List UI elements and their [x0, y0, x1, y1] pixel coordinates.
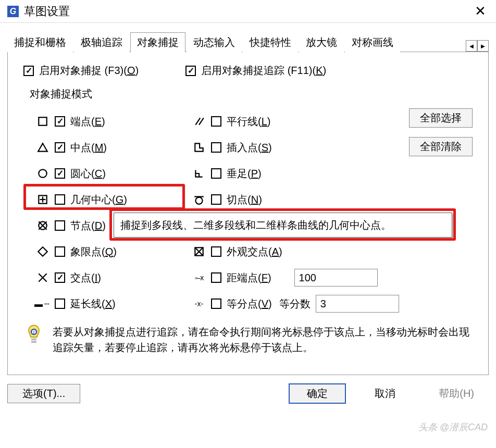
options-button[interactable]: 选项(T)...	[7, 384, 80, 403]
osnap-panel: 启用对象捕捉 (F3)(O) 启用对象捕捉追踪 (F11)(K) 对象捕捉模式 …	[7, 52, 489, 375]
osnap-divide[interactable]: 等分点(V)	[211, 297, 272, 311]
titlebar: G 草图设置 ✕	[0, 0, 496, 23]
perpendicular-icon	[190, 168, 208, 179]
enable-osnap-checkbox[interactable]: 启用对象捕捉 (F3)(O)	[23, 64, 139, 78]
node-icon	[34, 220, 52, 231]
from-endpoint-input[interactable]	[294, 269, 378, 287]
insertion-icon	[190, 142, 208, 153]
osnap-geometric-center[interactable]: 几何中心(G)	[55, 193, 127, 207]
svg-rect-0	[39, 117, 46, 125]
divide-count-label: 等分数	[279, 297, 311, 311]
tab-sym-draw[interactable]: 对称画线	[345, 32, 400, 52]
tab-quick-props[interactable]: 快捷特性	[243, 32, 298, 52]
app-icon: G	[7, 6, 19, 17]
dialog-footer: 选项(T)... 确定 取消 帮助(H)	[0, 380, 496, 407]
osnap-midpoint[interactable]: 中点(M)	[55, 141, 107, 155]
geometric-center-icon	[34, 194, 52, 205]
checkbox-icon	[23, 66, 34, 76]
tooltip: 捕捉到多段线、二维多段线和二维样条曲线的几何中心点。	[114, 213, 452, 238]
svg-rect-22	[31, 341, 36, 343]
center-icon	[34, 168, 52, 179]
tab-snap-grid[interactable]: 捕捉和栅格	[7, 32, 73, 52]
clear-all-button[interactable]: 全部清除	[409, 137, 473, 156]
cancel-button[interactable]: 取消	[356, 384, 414, 403]
tab-osnap[interactable]: 对象捕捉	[130, 32, 185, 52]
enable-otrack-checkbox[interactable]: 启用对象捕捉追踪 (F11)(K)	[185, 64, 326, 78]
tip-row: ! 若要从对象捕捉点进行追踪，请在命令执行期间将光标悬停于该点上，当移动光标时会…	[23, 324, 473, 355]
dialog-title: 草图设置	[24, 4, 70, 19]
divide-icon: -x-	[190, 300, 208, 308]
osnap-intersection[interactable]: 交点(I)	[55, 271, 101, 285]
svg-marker-13	[38, 247, 47, 256]
intersection-icon	[34, 272, 52, 283]
divide-count-input[interactable]	[316, 295, 399, 313]
osnap-grid: 全部选择 全部清除 端点(E) 平行线(L) 中点(M)	[34, 108, 473, 317]
apparent-intersect-icon	[190, 246, 208, 257]
osnap-tangent[interactable]: 切点(N)	[211, 193, 262, 207]
svg-text:!: !	[33, 330, 35, 335]
close-icon[interactable]: ✕	[472, 3, 489, 19]
endpoint-icon	[34, 116, 52, 127]
svg-marker-3	[38, 143, 47, 151]
tangent-icon	[190, 194, 208, 205]
lightbulb-icon: !	[23, 324, 44, 355]
tab-scroll-left-icon[interactable]: ◄	[466, 40, 477, 52]
tab-dyn-input[interactable]: 动态输入	[187, 32, 242, 52]
from-endpoint-icon: ▫–x	[190, 273, 208, 282]
select-all-button[interactable]: 全部选择	[409, 108, 473, 128]
osnap-apparent-intersect[interactable]: 外观交点(A)	[211, 245, 282, 259]
osnap-quadrant[interactable]: 象限点(Q)	[55, 245, 117, 259]
osnap-parallel[interactable]: 平行线(L)	[211, 115, 270, 129]
group-title: 对象捕捉模式	[30, 87, 473, 101]
tab-scroll-right-icon[interactable]: ►	[477, 40, 489, 52]
tip-text: 若要从对象捕捉点进行追踪，请在命令执行期间将光标悬停于该点上，当移动光标时会出现…	[53, 324, 473, 355]
osnap-center[interactable]: 圆心(C)	[55, 167, 106, 181]
tab-magnifier[interactable]: 放大镜	[299, 32, 344, 52]
svg-point-8	[195, 197, 202, 204]
osnap-node[interactable]: 节点(D)	[55, 219, 106, 233]
help-button[interactable]: 帮助(H)	[424, 384, 489, 403]
quadrant-icon	[34, 246, 52, 257]
checkbox-icon	[185, 66, 196, 76]
midpoint-icon	[34, 142, 52, 153]
tab-polar[interactable]: 极轴追踪	[74, 32, 129, 52]
extension-icon: ▬┄	[34, 299, 52, 309]
osnap-insertion[interactable]: 插入点(S)	[211, 141, 272, 155]
tabstrip: 捕捉和栅格 极轴追踪 对象捕捉 动态输入 快捷特性 放大镜 对称画线 ◄ ►	[7, 32, 489, 52]
osnap-perpendicular[interactable]: 垂足(P)	[211, 167, 262, 181]
watermark: 头条 @潜辰CAD	[418, 421, 488, 433]
osnap-from-endpoint[interactable]: 距端点(F)	[211, 271, 271, 285]
ok-button[interactable]: 确定	[289, 383, 346, 404]
parallel-icon	[190, 116, 208, 127]
svg-point-4	[39, 169, 46, 177]
osnap-endpoint[interactable]: 端点(E)	[55, 115, 105, 129]
osnap-extension[interactable]: 延长线(X)	[55, 297, 116, 311]
svg-rect-21	[31, 339, 36, 341]
